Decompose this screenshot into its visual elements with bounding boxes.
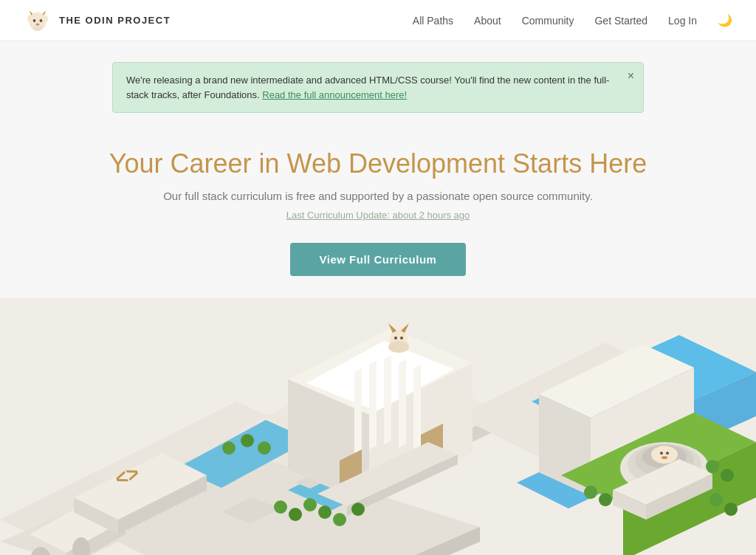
svg-point-106 [584, 486, 597, 499]
announcement-banner: We're releasing a brand new intermediate… [112, 62, 644, 113]
svg-marker-58 [384, 356, 391, 444]
svg-point-98 [303, 498, 317, 511]
svg-point-110 [706, 460, 719, 473]
nav-link-community[interactable]: Community [522, 15, 574, 27]
nav-link-get-started[interactable]: Get Started [594, 15, 647, 27]
nav-item-community[interactable]: Community [522, 14, 574, 27]
svg-point-7 [35, 23, 39, 25]
nav-item-all-paths[interactable]: All Paths [413, 14, 453, 27]
nav-link-about[interactable]: About [474, 15, 501, 27]
hero-section: Your Career in Web Development Starts He… [0, 134, 756, 291]
brand-link[interactable]: THE ODIN PROJECT [24, 7, 171, 35]
svg-point-83 [662, 456, 667, 459]
svg-point-88 [222, 441, 236, 455]
svg-marker-60 [413, 365, 421, 453]
announcement-link[interactable]: Read the full announcement here! [262, 89, 407, 100]
svg-point-104 [351, 503, 365, 516]
svg-point-82 [666, 452, 669, 455]
svg-point-102 [333, 513, 346, 526]
nav-link-all-paths[interactable]: All Paths [413, 15, 453, 27]
svg-point-69 [400, 337, 403, 339]
svg-point-80 [651, 446, 678, 463]
svg-point-68 [394, 337, 397, 339]
svg-point-8 [33, 25, 43, 31]
illustration-container: <> { } [0, 298, 756, 555]
svg-point-6 [40, 19, 43, 22]
nav-item-login[interactable]: Log In [668, 14, 697, 27]
svg-point-3 [27, 15, 33, 22]
svg-point-4 [42, 15, 48, 22]
svg-point-5 [33, 19, 36, 22]
svg-marker-59 [399, 359, 406, 448]
dark-mode-toggle[interactable]: 🌙 [718, 13, 732, 27]
svg-point-70 [388, 341, 409, 353]
brand-logo-icon [24, 7, 52, 35]
svg-point-112 [721, 469, 734, 482]
hero-subtitle: Our full stack curriculum is free and su… [15, 190, 741, 202]
svg-point-108 [599, 493, 612, 506]
isometric-illustration: <> { } [0, 298, 756, 555]
nav-item-get-started[interactable]: Get Started [594, 14, 647, 27]
svg-point-96 [289, 508, 302, 521]
svg-point-94 [274, 500, 287, 514]
navbar: THE ODIN PROJECT All Paths About Communi… [0, 0, 756, 41]
main-nav: All Paths About Community Get Started Lo… [413, 13, 732, 27]
svg-point-100 [318, 506, 331, 519]
nav-item-about[interactable]: About [474, 14, 501, 27]
svg-point-92 [258, 441, 271, 455]
nav-link-login[interactable]: Log In [668, 15, 697, 27]
svg-marker-56 [354, 368, 362, 457]
svg-point-116 [724, 503, 738, 516]
hero-title: Your Career in Web Development Starts He… [15, 148, 741, 179]
dark-mode-icon[interactable]: 🌙 [718, 14, 732, 27]
banner-close-button[interactable]: × [628, 70, 634, 82]
svg-point-90 [241, 434, 254, 447]
svg-point-81 [660, 452, 663, 455]
curriculum-update-link[interactable]: Last Curriculum Update: about 2 hours ag… [286, 210, 470, 221]
brand-title-text: THE ODIN PROJECT [59, 15, 171, 26]
svg-point-114 [709, 493, 723, 506]
view-curriculum-button[interactable]: View Full Curriculum [290, 243, 467, 276]
svg-marker-57 [369, 361, 377, 449]
